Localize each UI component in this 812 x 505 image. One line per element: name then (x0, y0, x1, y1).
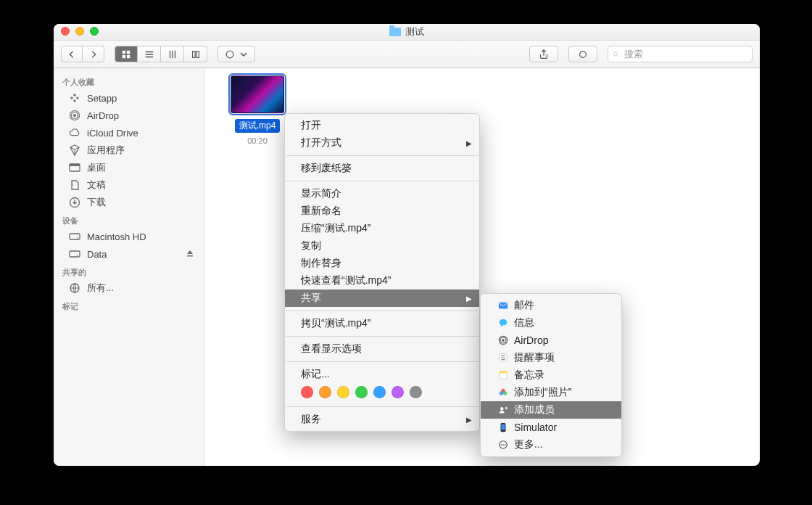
simulator-icon (497, 421, 510, 434)
eject-icon[interactable] (185, 248, 195, 260)
svg-rect-27 (500, 371, 508, 374)
svg-rect-2 (123, 54, 125, 57)
svg-rect-13 (70, 164, 80, 166)
svg-point-30 (500, 391, 503, 395)
notes-icon (497, 369, 510, 382)
sidebar-item-label: AirDrop (87, 110, 119, 121)
sidebar-item-setapp[interactable]: Setapp (54, 89, 204, 107)
ctx-trash[interactable]: 移到废纸篓 (285, 160, 479, 177)
ctx-rename[interactable]: 重新命名 (285, 202, 479, 220)
svg-point-21 (500, 319, 508, 326)
back-button[interactable] (61, 46, 83, 62)
forward-button[interactable] (83, 46, 104, 62)
sidebar-item-desktop[interactable]: 桌面 (54, 159, 204, 176)
svg-point-37 (505, 444, 506, 446)
search-field[interactable] (608, 46, 753, 62)
sidebar-item-label: Setapp (87, 93, 117, 104)
sidebar-item-label: 下载 (87, 196, 106, 209)
documents-icon (68, 178, 81, 192)
tag-dot-red[interactable] (301, 386, 313, 398)
sidebar-item-all[interactable]: 所有... (54, 279, 204, 297)
sub-reminders[interactable]: 提醒事项 (481, 349, 621, 366)
file-thumbnail[interactable] (231, 75, 284, 113)
sidebar-header-tags: 标记 (54, 297, 204, 313)
svg-point-36 (502, 444, 504, 446)
sub-add-people[interactable]: 添加成员 (481, 401, 621, 419)
disk-icon (68, 247, 81, 260)
sub-photos[interactable]: 添加到“照片” (481, 384, 621, 401)
ctx-viewopts[interactable]: 查看显示选项 (285, 340, 479, 358)
messages-icon (497, 316, 510, 329)
sub-airdrop[interactable]: AirDrop (481, 332, 621, 349)
sidebar-item-icloud[interactable]: iCloud Drive (54, 124, 204, 141)
titlebar: 测试 (54, 24, 760, 41)
search-input[interactable] (623, 48, 747, 60)
sidebar-item-downloads[interactable]: 下载 (54, 194, 204, 211)
svg-rect-4 (192, 51, 195, 57)
share-button[interactable] (529, 46, 558, 62)
tag-dot-yellow[interactable] (337, 386, 349, 398)
ctx-alias[interactable]: 制作替身 (285, 255, 479, 272)
sub-messages[interactable]: 信息 (481, 314, 621, 332)
sidebar-header-shared: 共享的 (54, 263, 204, 279)
search-icon (613, 49, 619, 59)
tag-dot-gray[interactable] (410, 386, 422, 398)
ctx-separator (286, 181, 478, 181)
ctx-open-with[interactable]: 打开方式 (285, 134, 479, 152)
sidebar-item-label: 桌面 (87, 161, 106, 174)
view-icons-button[interactable] (115, 46, 138, 62)
tag-dot-green[interactable] (355, 386, 368, 398)
svg-point-29 (503, 391, 507, 395)
sidebar-item-documents[interactable]: 文稿 (54, 176, 204, 194)
ctx-getinfo[interactable]: 显示简介 (285, 185, 479, 202)
sub-notes[interactable]: 备忘录 (481, 366, 621, 384)
svg-point-9 (73, 114, 76, 117)
sidebar-header-favorites: 个人收藏 (54, 73, 204, 89)
window-controls (61, 27, 99, 36)
sidebar-item-airdrop[interactable]: AirDrop (54, 107, 204, 124)
sub-mail[interactable]: 邮件 (481, 297, 621, 314)
sidebar-item-data[interactable]: Data (54, 245, 204, 263)
svg-rect-33 (501, 424, 505, 430)
sidebar-item-label: Macintosh HD (87, 231, 146, 242)
svg-point-22 (502, 339, 505, 342)
context-menu: 打开 打开方式 移到废纸篓 显示简介 重新命名 压缩“测试.mp4” 复制 制作… (284, 113, 480, 432)
desktop-icon (68, 161, 81, 174)
ctx-services[interactable]: 服务 (285, 411, 479, 428)
ctx-share[interactable]: 共享 (285, 290, 479, 307)
view-gallery-button[interactable] (184, 46, 207, 62)
svg-rect-1 (127, 50, 130, 53)
sidebar-item-macintosh-hd[interactable]: Macintosh HD (54, 228, 204, 245)
photos-icon (497, 386, 510, 399)
sub-simulator[interactable]: Simulator (481, 419, 621, 436)
sidebar-header-devices: 设备 (54, 211, 204, 228)
ctx-quicklook[interactable]: 快速查看“测试.mp4” (285, 272, 479, 290)
minimize-button[interactable] (75, 27, 84, 36)
tag-dot-purple[interactable] (392, 386, 404, 398)
close-button[interactable] (61, 27, 70, 36)
sub-more[interactable]: 更多... (481, 436, 621, 453)
ctx-copy[interactable]: 拷贝“测试.mp4” (285, 315, 479, 332)
sidebar-item-apps[interactable]: 应用程序 (54, 141, 204, 159)
file-item[interactable]: 测试.mp4 00:20 (225, 75, 290, 145)
ctx-open[interactable]: 打开 (285, 117, 479, 134)
tag-dot-orange[interactable] (319, 386, 331, 398)
svg-point-31 (500, 407, 503, 410)
sidebar-item-label: 所有... (87, 282, 114, 295)
view-list-button[interactable] (138, 46, 161, 62)
disk-icon (68, 230, 81, 243)
svg-point-18 (77, 255, 78, 256)
airdrop-icon (68, 109, 81, 122)
tag-dot-blue[interactable] (373, 386, 386, 398)
zoom-button[interactable] (90, 27, 99, 36)
action-menu-button[interactable] (218, 46, 255, 62)
file-duration: 00:20 (225, 136, 290, 145)
tags-button[interactable] (568, 46, 597, 62)
svg-rect-0 (123, 50, 125, 53)
view-columns-button[interactable] (161, 46, 184, 62)
ctx-duplicate[interactable]: 复制 (285, 237, 479, 255)
ctx-compress[interactable]: 压缩“测试.mp4” (285, 220, 479, 237)
ctx-separator (286, 406, 478, 407)
svg-point-35 (501, 444, 502, 446)
svg-rect-5 (196, 51, 199, 57)
